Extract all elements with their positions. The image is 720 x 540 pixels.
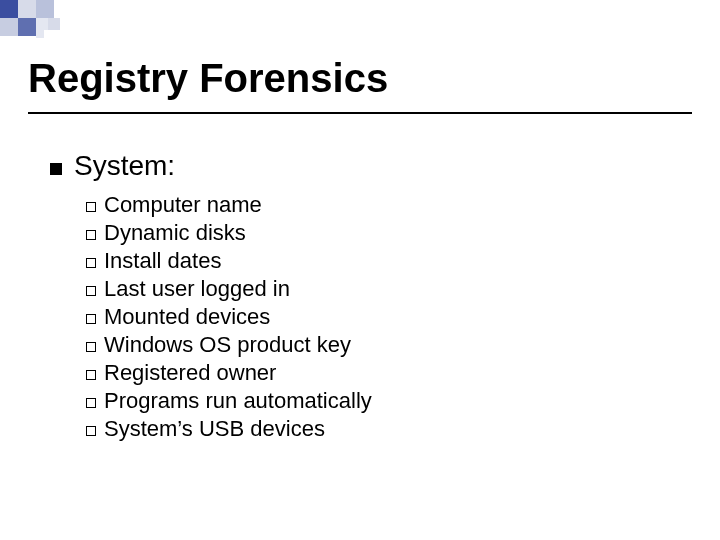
bullet-hollow-icon [86,342,96,352]
list-item-label: System’s USB devices [104,416,325,442]
list-item: Dynamic disks [86,220,680,246]
list-item-label: Dynamic disks [104,220,246,246]
list-item-label: Install dates [104,248,221,274]
list-item-label: Mounted devices [104,304,270,330]
list-item: Windows OS product key [86,332,680,358]
bullet-hollow-icon [86,370,96,380]
bullet-hollow-icon [86,258,96,268]
list-item: Install dates [86,248,680,274]
list-item-label: Windows OS product key [104,332,351,358]
list-item: Mounted devices [86,304,680,330]
deco-square [0,0,18,18]
deco-square [18,0,36,18]
deco-square [18,18,36,36]
bullet-hollow-icon [86,230,96,240]
list-item-label: Last user logged in [104,276,290,302]
bullet-hollow-icon [86,202,96,212]
list-item: System’s USB devices [86,416,680,442]
deco-square [36,30,44,38]
bullet-hollow-icon [86,314,96,324]
title-underline [28,112,692,114]
bullet-hollow-icon [86,286,96,296]
bullet-hollow-icon [86,398,96,408]
deco-square [36,0,54,18]
deco-square [0,18,18,36]
list-item-label: Computer name [104,192,262,218]
list-item-label: Programs run automatically [104,388,372,414]
list-item: Registered owner [86,360,680,386]
section-heading-row: System: [50,150,680,182]
section-heading: System: [74,150,175,182]
slide-title: Registry Forensics [28,56,388,101]
list-item: Programs run automatically [86,388,680,414]
deco-square [36,18,48,30]
slide-body: System: Computer name Dynamic disks Inst… [50,150,680,444]
list-item: Last user logged in [86,276,680,302]
deco-square [48,18,60,30]
list-item-label: Registered owner [104,360,276,386]
list-item: Computer name [86,192,680,218]
bullet-solid-icon [50,163,62,175]
bullet-hollow-icon [86,426,96,436]
item-list: Computer name Dynamic disks Install date… [86,192,680,442]
